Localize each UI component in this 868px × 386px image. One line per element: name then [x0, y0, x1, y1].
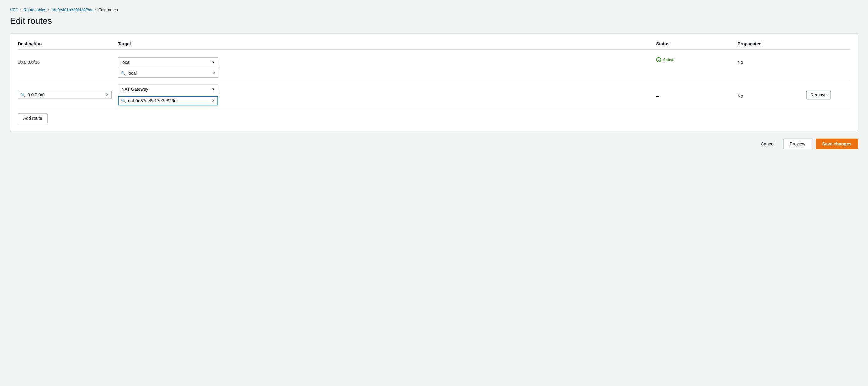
clear-icon-nat[interactable]: ✕	[212, 99, 215, 103]
target-select-2[interactable]: NAT Gateway Internet Gateway Transit Gat…	[118, 84, 218, 94]
propagated-cell-1: No	[738, 56, 806, 65]
search-icon-nat: 🔍	[121, 99, 126, 103]
status-active-label: Active	[663, 57, 675, 62]
actions-cell-2: Remove	[806, 89, 850, 99]
clear-icon-destination[interactable]: ✕	[106, 93, 109, 97]
search-icon-local: 🔍	[121, 71, 126, 76]
save-changes-button[interactable]: Save changes	[816, 138, 858, 149]
nat-search-input-row: 🔍 ✕	[118, 96, 218, 105]
destination-input-wrapper: 🔍 ✕	[18, 91, 112, 99]
breadcrumb-sep-3: ›	[95, 7, 96, 12]
page-title: Edit routes	[10, 16, 858, 26]
target-select-1[interactable]: local	[118, 57, 218, 67]
target-cell-1: local ▼ 🔍 ✕	[118, 56, 656, 77]
breadcrumb: VPC › Route tables › rtb-0c481b339fd38f8…	[10, 7, 858, 12]
check-icon: ✓	[657, 58, 660, 62]
actions-cell-1	[806, 56, 850, 57]
table-row: 10.0.0.0/16 local ▼ 🔍 ✕	[18, 54, 850, 81]
preview-button[interactable]: Preview	[783, 138, 812, 149]
target-cell-2: NAT Gateway Internet Gateway Transit Gat…	[118, 83, 656, 105]
remove-button[interactable]: Remove	[806, 90, 831, 99]
table-header-row: Destination Target Status Propagated	[18, 41, 850, 50]
breadcrumb-rtb[interactable]: rtb-0c481b339fd38f8dc	[51, 7, 93, 12]
target-select-wrapper-2: NAT Gateway Internet Gateway Transit Gat…	[118, 84, 218, 94]
status-active-badge: ✓ Active	[656, 57, 675, 62]
header-target: Target	[118, 41, 656, 46]
status-dash: –	[656, 91, 659, 99]
breadcrumb-route-tables[interactable]: Route tables	[24, 7, 46, 12]
breadcrumb-sep-1: ›	[20, 7, 22, 12]
propagated-cell-2: No	[738, 90, 806, 99]
header-propagated: Propagated	[738, 41, 806, 46]
actions-bar: Cancel Preview Save changes	[10, 138, 858, 149]
target-column-1: local ▼ 🔍 ✕	[118, 57, 218, 77]
breadcrumb-edit-routes: Edit routes	[98, 7, 118, 12]
status-cell-2: –	[656, 90, 738, 99]
table-row: 🔍 ✕ NAT Gateway Internet Gateway Transit…	[18, 81, 850, 108]
clear-icon-local[interactable]: ✕	[212, 71, 215, 75]
breadcrumb-vpc[interactable]: VPC	[10, 7, 19, 12]
status-cell-1: ✓ Active	[656, 56, 738, 62]
local-search-row: 🔍 ✕	[118, 69, 218, 77]
header-destination: Destination	[18, 41, 118, 46]
breadcrumb-sep-2: ›	[48, 7, 50, 12]
cancel-button[interactable]: Cancel	[756, 139, 779, 149]
local-search-input[interactable]	[128, 71, 210, 76]
propagated-value-1: No	[738, 57, 743, 65]
propagated-value-2: No	[738, 91, 743, 99]
search-icon-destination: 🔍	[21, 93, 26, 97]
destination-cell-2: 🔍 ✕	[18, 90, 118, 99]
target-column-2: NAT Gateway Internet Gateway Transit Gat…	[118, 84, 218, 105]
nat-search-wrapper: 🔍 ✕	[118, 96, 218, 105]
header-actions	[806, 41, 850, 46]
target-select-wrapper-1: local ▼	[118, 57, 218, 67]
routes-card: Destination Target Status Propagated 10.…	[10, 33, 858, 131]
routes-table: Destination Target Status Propagated 10.…	[18, 41, 850, 108]
nat-search-input[interactable]	[128, 98, 210, 103]
header-status: Status	[656, 41, 738, 46]
destination-static-text: 10.0.0.0/16	[18, 57, 40, 65]
destination-cell-1: 10.0.0.0/16	[18, 56, 118, 65]
destination-input[interactable]	[28, 92, 104, 97]
status-circle-icon: ✓	[656, 57, 661, 62]
add-route-button[interactable]: Add route	[18, 113, 48, 123]
